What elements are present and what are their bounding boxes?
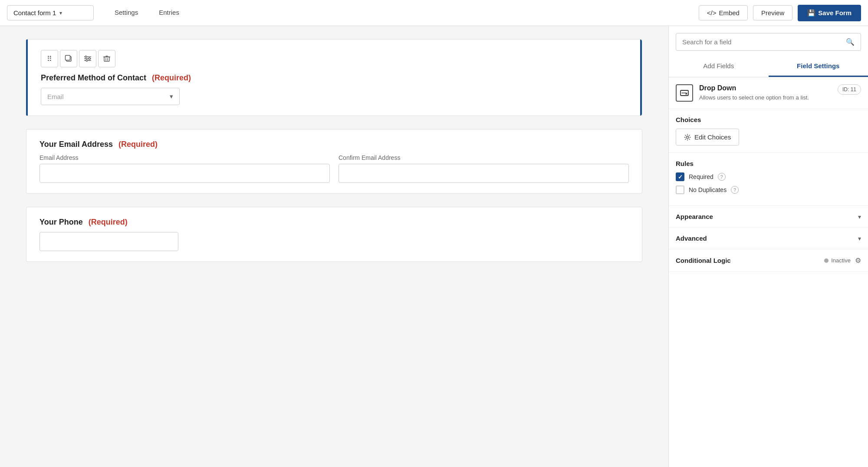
svg-point-14 [687, 136, 689, 138]
duplicate-icon [65, 55, 72, 63]
delete-button[interactable] [98, 50, 115, 67]
tab-add-fields[interactable]: Add Fields [669, 56, 769, 77]
embed-code-icon: </> [707, 9, 717, 17]
svg-point-6 [89, 58, 90, 60]
drag-handle-button[interactable]: ⠿ [41, 50, 58, 67]
selected-indicator [640, 40, 642, 116]
svg-point-7 [86, 60, 88, 61]
required-label: Required [689, 173, 713, 180]
confirm-email-col: Confirm Email Address [339, 154, 629, 183]
search-input-wrap[interactable]: 🔍 [676, 33, 861, 51]
nav-links: Settings Entries [104, 1, 190, 25]
email-address-input[interactable] [39, 164, 330, 183]
required-indicator: (Required) [118, 140, 158, 149]
inactive-label: Inactive [831, 257, 851, 264]
field-label: Your Phone (Required) [39, 218, 629, 227]
dropdown-field[interactable]: Email ▾ [41, 88, 180, 105]
search-icon: 🔍 [846, 38, 855, 46]
svg-point-5 [85, 56, 87, 58]
field-info-section: Drop Down Allows users to select one opt… [669, 77, 868, 109]
embed-button[interactable]: </> Embed [699, 5, 748, 20]
nav-actions: </> Embed Preview 💾 Save Form [699, 5, 861, 21]
field-label: Your Email Address (Required) [39, 140, 629, 149]
required-checkbox[interactable] [676, 172, 684, 181]
no-duplicates-label: No Duplicates [689, 186, 727, 193]
email-sublabel: Email Address [39, 154, 330, 161]
search-bar: 🔍 [669, 26, 868, 51]
save-form-button[interactable]: 💾 Save Form [798, 5, 861, 21]
form-canvas: ⠿ [0, 26, 668, 467]
field-block-email: Your Email Address (Required) Email Addr… [26, 129, 642, 194]
top-navigation: Contact form 1 ▾ Settings Entries </> Em… [0, 0, 868, 26]
inactive-badge: Inactive [824, 257, 851, 264]
conditional-logic-title: Conditional Logic [676, 257, 731, 264]
trash-icon [103, 55, 111, 63]
preview-button[interactable]: Preview [753, 5, 792, 20]
no-duplicates-rule-row: No Duplicates ? [676, 185, 861, 194]
required-indicator: (Required) [152, 73, 191, 82]
required-help-icon[interactable]: ? [718, 173, 726, 181]
right-panel: 🔍 Add Fields Field Settings Drop Down Al… [668, 26, 868, 467]
appearance-section[interactable]: Appearance ▾ [669, 206, 868, 228]
settings-button[interactable] [79, 50, 96, 67]
appearance-title: Appearance [676, 213, 713, 220]
chevron-down-icon: ▾ [59, 10, 62, 16]
no-duplicates-checkbox[interactable] [676, 185, 684, 194]
rules-section: Rules Required ? No Duplicates ? [669, 153, 868, 206]
form-selector[interactable]: Contact form 1 ▾ [7, 5, 94, 20]
field-toolbar: ⠿ [41, 50, 629, 67]
email-row: Email Address Confirm Email Address [39, 154, 629, 183]
main-layout: ⠿ [0, 26, 868, 467]
field-id-badge: ID: 11 [838, 84, 861, 95]
rules-title: Rules [676, 160, 861, 167]
required-rule-row: Required ? [676, 172, 861, 181]
phone-input[interactable] [39, 232, 178, 251]
save-icon: 💾 [807, 9, 815, 17]
field-info-text: Drop Down Allows users to select one opt… [699, 84, 832, 102]
svg-rect-8 [104, 57, 109, 61]
inactive-dot [824, 258, 829, 263]
search-input[interactable] [682, 38, 846, 46]
dropdown-field-icon [676, 84, 693, 102]
field-block-phone: Your Phone (Required) [26, 207, 642, 262]
nav-link-settings[interactable]: Settings [104, 1, 148, 25]
required-indicator: (Required) [89, 218, 128, 226]
chevron-down-icon: ▾ [170, 93, 173, 100]
field-type-title: Drop Down [699, 84, 832, 92]
gear-icon [684, 134, 691, 141]
field-block-preferred-method: ⠿ [26, 39, 642, 116]
edit-choices-button[interactable]: Edit Choices [676, 129, 739, 146]
svg-rect-1 [66, 56, 70, 60]
tab-field-settings[interactable]: Field Settings [769, 56, 868, 77]
conditional-logic-gear-icon[interactable]: ⚙ [855, 256, 861, 265]
confirm-email-sublabel: Confirm Email Address [339, 154, 629, 161]
chevron-down-icon: ▾ [858, 235, 861, 242]
form-selector-label: Contact form 1 [13, 9, 56, 17]
advanced-title: Advanced [676, 235, 707, 242]
settings-icon [84, 55, 92, 63]
field-type-description: Allows users to select one option from a… [699, 94, 832, 102]
email-address-col: Email Address [39, 154, 330, 183]
conditional-logic-section: Conditional Logic Inactive ⚙ [669, 249, 868, 272]
field-label: Preferred Method of Contact (Required) [41, 73, 629, 83]
nav-link-entries[interactable]: Entries [148, 1, 190, 25]
choices-section: Choices Edit Choices [669, 109, 868, 153]
dropdown-icon [680, 88, 689, 98]
chevron-down-icon: ▾ [858, 213, 861, 220]
advanced-section[interactable]: Advanced ▾ [669, 228, 868, 249]
confirm-email-input[interactable] [339, 164, 629, 183]
panel-tabs: Add Fields Field Settings [669, 56, 868, 77]
choices-title: Choices [676, 116, 861, 123]
no-duplicates-help-icon[interactable]: ? [731, 186, 739, 194]
duplicate-button[interactable] [60, 50, 77, 67]
